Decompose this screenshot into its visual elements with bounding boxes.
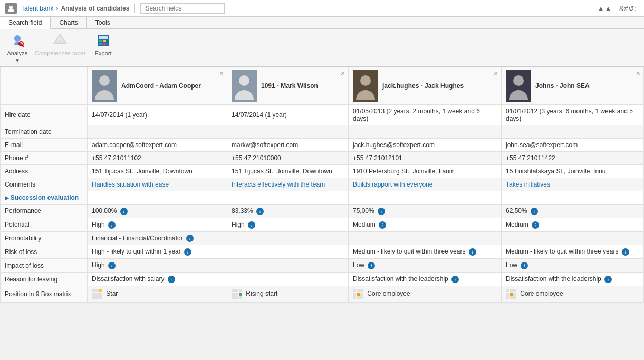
table-row-comments: Comments Handles situation with ease Int… — [1, 178, 644, 191]
header-actions: ▲▲ &#↺; — [595, 3, 639, 14]
candidate-header-2: 1091 - Mark Wilson × — [227, 67, 349, 105]
app-name[interactable]: Talent bank — [21, 5, 53, 12]
table-row-promotability: Promotability Financial - Financial/Coor… — [1, 231, 644, 245]
risk-of-loss-3: Medium - likely to quit within three yea… — [349, 245, 502, 259]
label-phone: Phone # — [1, 152, 88, 165]
performance-4: 62,50% i — [502, 205, 644, 218]
label-col-header — [1, 67, 88, 105]
email-1: adam.cooper@softexpert.com — [88, 139, 227, 152]
info-icon-impact-3[interactable]: i — [368, 262, 375, 269]
table-row-impact-of-loss: Impact of loss High i Low i Low i — [1, 259, 644, 273]
export-icon — [95, 32, 112, 49]
info-icon-reason-4[interactable]: i — [604, 276, 612, 283]
tab-search-field[interactable]: Search field — [0, 17, 51, 29]
info-icon-risk-4[interactable]: i — [622, 248, 629, 256]
info-icon-pot-4[interactable]: i — [532, 221, 539, 229]
comments-text-3: Builds rapport with everyone — [353, 181, 432, 188]
hire-date-4: 01/01/2012 (3 years, 6 months, 1 week an… — [502, 105, 644, 125]
performance-1: 100,00% i — [88, 205, 227, 218]
table-row-hire-date: Hire date 14/07/2014 (1 year) 14/07/2014… — [1, 105, 644, 125]
9box-label-4: Core employee — [520, 290, 563, 297]
nav-up-button[interactable]: ▲▲ — [595, 3, 614, 14]
breadcrumb: Talent bank › Analysis of candidates — [21, 5, 129, 12]
9box-1: Star — [88, 286, 227, 302]
tab-tools[interactable]: Tools — [87, 17, 119, 28]
impact-of-loss-1: High i — [88, 259, 227, 273]
export-label: Export — [95, 50, 112, 56]
label-email: E-mail — [1, 139, 88, 152]
reason-for-leaving-1: Dissatisfaction with salary i — [88, 273, 227, 286]
export-button[interactable]: Export — [90, 32, 117, 63]
info-icon-pot-1[interactable]: i — [108, 221, 116, 229]
close-candidate-4[interactable]: × — [636, 70, 640, 77]
9box-label-1: Star — [106, 290, 118, 297]
table-row-performance: Performance 100,00% i 83,33% i 75,00% i … — [1, 205, 644, 218]
label-address: Address — [1, 165, 88, 178]
toolbar-tabs: Search field Charts Tools — [0, 17, 644, 29]
info-icon-promo-1[interactable]: i — [186, 235, 194, 242]
info-icon-risk-1[interactable]: i — [184, 248, 191, 256]
9box-4: Core employee — [502, 286, 644, 302]
reason-for-leaving-2 — [227, 273, 349, 286]
comments-3: Builds rapport with everyone — [349, 178, 502, 191]
table-row-phone: Phone # +55 47 21011102 +55 47 21010000 … — [1, 152, 644, 165]
info-icon-perf-2[interactable]: i — [256, 208, 264, 215]
table-row-email: E-mail adam.cooper@softexpert.com markw@… — [1, 139, 644, 152]
close-candidate-2[interactable]: × — [341, 70, 345, 77]
info-icon-perf-1[interactable]: i — [120, 208, 128, 215]
close-candidate-3[interactable]: × — [494, 70, 498, 77]
phone-1: +55 47 21011102 — [88, 152, 227, 165]
close-candidate-1[interactable]: × — [219, 70, 224, 77]
info-icon-pot-3[interactable]: i — [379, 221, 386, 229]
label-termination-date: Termination date — [1, 125, 88, 139]
breadcrumb-sep: › — [56, 5, 58, 12]
address-1: 151 Tijucas St., Joinville, Downtown — [88, 165, 227, 178]
table-row-termination-date: Termination date — [1, 125, 644, 139]
info-icon-impact-4[interactable]: i — [521, 262, 528, 269]
table-row-potential: Potential High i High i Medium i Medium … — [1, 218, 644, 231]
label-performance: Performance — [1, 205, 88, 218]
ninebox-grid-2 — [232, 289, 242, 299]
header-divider — [134, 4, 135, 13]
search-input[interactable] — [140, 3, 225, 14]
info-icon-perf-4[interactable]: i — [531, 208, 538, 215]
address-3: 1910 Petersburg St., Joinville, Itaum — [349, 165, 502, 178]
candidate-name-3: jack.hughes - Jack Hughes — [382, 82, 464, 90]
hire-date-3: 01/05/2013 (2 years, 2 months, 1 week an… — [349, 105, 502, 125]
comments-1: Handles situation with ease — [88, 178, 227, 191]
termination-date-2 — [227, 125, 349, 139]
tab-charts[interactable]: Charts — [51, 17, 86, 28]
info-icon-risk-3[interactable]: i — [469, 248, 476, 256]
impact-of-loss-3: Low i — [349, 259, 502, 273]
label-impact-of-loss: Impact of loss — [1, 259, 88, 273]
comments-text-2: Interacts effectively with the team — [232, 181, 325, 188]
info-icon-reason-1[interactable]: i — [168, 276, 175, 283]
label-comments: Comments — [1, 178, 88, 191]
email-4: john.sea@softexpert.com — [502, 139, 644, 152]
page-title: Analysis of candidates — [61, 5, 129, 12]
ninebox-grid-4 — [506, 289, 516, 299]
label-hire-date: Hire date — [1, 105, 88, 125]
promotability-3 — [349, 231, 502, 245]
svg-rect-10 — [99, 36, 108, 39]
info-icon-impact-1[interactable]: i — [108, 262, 116, 269]
header: Talent bank › Analysis of candidates ▲▲ … — [0, 0, 644, 17]
candidate-header-4: Johns - John SEA × — [502, 67, 644, 105]
analyze-button[interactable]: Analyze ▼ — [4, 32, 31, 63]
competences-radar-button[interactable]: Competences radar — [35, 32, 86, 63]
app-logo — [5, 3, 17, 14]
refresh-button[interactable]: &#↺; — [617, 3, 639, 14]
svg-line-8 — [54, 34, 60, 44]
email-2: markw@softexpert.com — [227, 139, 349, 152]
impact-of-loss-2 — [227, 259, 349, 273]
info-icon-pot-2[interactable]: i — [248, 221, 255, 229]
9box-2: Rising start — [227, 286, 349, 302]
table-row-address: Address 151 Tijucas St., Joinville, Down… — [1, 165, 644, 178]
info-icon-reason-3[interactable]: i — [451, 276, 459, 283]
info-icon-perf-3[interactable]: i — [378, 208, 385, 215]
svg-point-22 — [513, 75, 524, 86]
comments-4: Takes initiatives — [502, 178, 644, 191]
candidate-photo-2 — [232, 70, 257, 102]
label-reason-for-leaving: Reason for leaving — [1, 273, 88, 286]
analyze-icon — [9, 32, 26, 49]
